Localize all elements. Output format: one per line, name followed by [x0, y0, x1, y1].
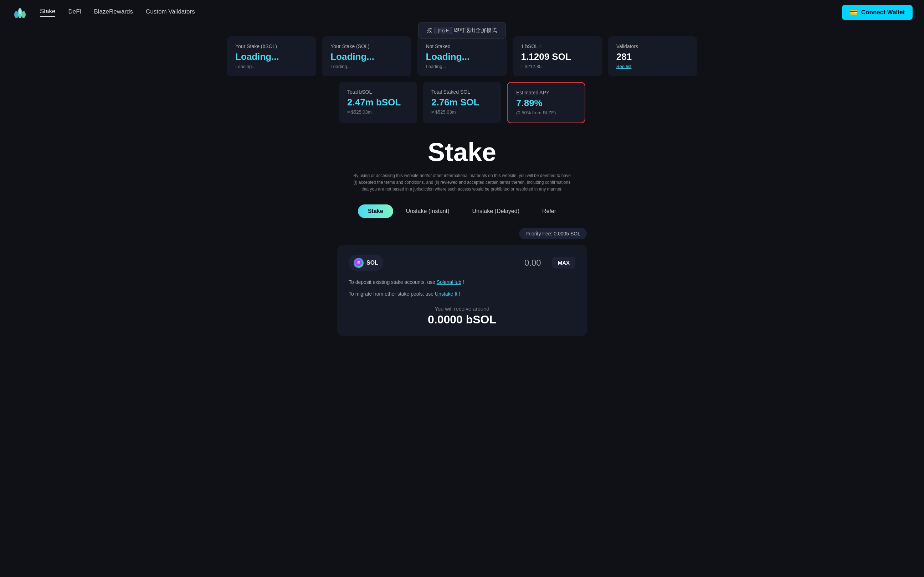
toast-key: (fn) F: [435, 27, 452, 34]
stake-heading: Stake: [227, 137, 697, 167]
stat-value-2: Loading...: [426, 51, 498, 62]
stat-sub-2: Loading...: [426, 64, 498, 69]
stat-sub-1: Loading...: [330, 64, 403, 69]
stat-sub-r2-0: ≈ $525.03m: [347, 110, 409, 115]
note-2-suffix: !: [459, 291, 460, 297]
nav-links: Stake DeFi BlazeRewards Custom Validator…: [40, 8, 842, 17]
max-button[interactable]: MAX: [552, 257, 575, 269]
stat-label-r2-1: Total Staked SOL: [431, 89, 493, 95]
stat-validators: Validators 281 See list: [608, 36, 697, 76]
stat-label-2: Not Staked: [426, 44, 498, 49]
stat-sub-r2-1: ≈ $525.03m: [431, 110, 493, 115]
tabs-row: Stake Unstake (Instant) Unstake (Delayed…: [227, 205, 697, 218]
toast-prefix: 按: [427, 27, 433, 34]
disclaimer-text: By using or accessing this website and/o…: [352, 172, 572, 193]
svg-point-3: [19, 8, 21, 14]
stat-total-staked-sol: Total Staked SOL 2.76m SOL ≈ $525.03m: [423, 82, 501, 123]
form-note-1: To deposit existing stake accounts, use …: [349, 278, 575, 287]
note-1-suffix: !: [463, 279, 464, 285]
token-input-row: SOL MAX: [349, 255, 575, 271]
sol-token-icon: [354, 258, 363, 268]
stats-row-2: Total bSOL 2.47m bSOL ≈ $525.03m Total S…: [227, 82, 697, 123]
stat-value-4: 281: [616, 51, 689, 62]
stat-bsol-rate: 1 bSOL ≈ 1.1209 SOL ≈ $212.85: [513, 36, 602, 76]
stat-value-0: Loading...: [235, 51, 308, 62]
stat-value-1: Loading...: [330, 51, 403, 62]
tab-refer[interactable]: Refer: [532, 205, 566, 218]
stat-total-bsol: Total bSOL 2.47m bSOL ≈ $525.03m: [339, 82, 417, 123]
connect-wallet-label: Connect Wallet: [861, 9, 905, 16]
stat-your-stake-bsol: Your Stake (bSOL) Loading... Loading...: [227, 36, 316, 76]
nav-link-blazerewards[interactable]: BlazeRewards: [94, 8, 133, 17]
stat-value-r2-2: 7.89%: [516, 98, 576, 109]
stat-label-4: Validators: [616, 44, 689, 49]
tab-unstake-delayed[interactable]: Unstake (Delayed): [462, 205, 529, 218]
token-selector[interactable]: SOL: [349, 255, 383, 271]
nav-link-defi[interactable]: DeFi: [68, 8, 81, 17]
stat-label-r2-2: Estimated APY: [516, 90, 576, 95]
receive-value: 0.0000 bSOL: [349, 313, 575, 326]
main-content: Your Stake (bSOL) Loading... Loading... …: [212, 25, 712, 358]
stat-sub-0: Loading...: [235, 64, 308, 69]
stat-your-stake-sol: Your Stake (SOL) Loading... Loading...: [322, 36, 411, 76]
amount-input[interactable]: [389, 258, 546, 268]
stat-sub-3: ≈ $212.85: [521, 64, 594, 69]
stake-form-card: SOL MAX To deposit existing stake accoun…: [337, 245, 587, 336]
stat-value-3: 1.1209 SOL: [521, 51, 594, 62]
stat-label-1: Your Stake (SOL): [330, 44, 403, 49]
stat-estimated-apy: Estimated APY 7.89% (0.50% from BLZE): [507, 82, 585, 123]
form-note-2: To migrate from other stake pools, use U…: [349, 290, 575, 298]
note-2-prefix: To migrate from other stake pools, use: [349, 291, 435, 297]
token-symbol: SOL: [367, 259, 378, 266]
stat-label-3: 1 bSOL ≈: [521, 44, 594, 49]
logo[interactable]: [11, 3, 40, 22]
nav-link-stake[interactable]: Stake: [40, 8, 55, 17]
receive-label: You will receive around: [349, 306, 575, 312]
navbar: Stake DeFi BlazeRewards Custom Validator…: [0, 0, 924, 25]
stat-label-r2-0: Total bSOL: [347, 89, 409, 95]
fullscreen-toast: 按 (fn) F 即可退出全屏模式: [418, 22, 506, 39]
priority-fee-row: Priority Fee: 0.0005 SOL: [337, 228, 587, 239]
solanahub-link[interactable]: SolanaHub: [437, 279, 461, 285]
connect-wallet-button[interactable]: 💳 Connect Wallet: [842, 5, 913, 20]
toast-suffix: 即可退出全屏模式: [454, 27, 497, 34]
unstake-it-link[interactable]: Unstake It: [435, 291, 457, 297]
note-1-prefix: To deposit existing stake accounts, use: [349, 279, 437, 285]
wallet-icon: 💳: [850, 8, 858, 16]
priority-fee-badge[interactable]: Priority Fee: 0.0005 SOL: [519, 228, 587, 239]
stat-sub-r2-2: (0.50% from BLZE): [516, 110, 576, 115]
stat-value-r2-1: 2.76m SOL: [431, 97, 493, 108]
svg-point-2: [21, 11, 26, 18]
stats-row-1: Your Stake (bSOL) Loading... Loading... …: [227, 36, 697, 76]
nav-link-custom-validators[interactable]: Custom Validators: [146, 8, 195, 17]
stat-value-r2-0: 2.47m bSOL: [347, 97, 409, 108]
stat-label-0: Your Stake (bSOL): [235, 44, 308, 49]
tab-stake[interactable]: Stake: [358, 205, 393, 218]
tab-unstake-instant[interactable]: Unstake (Instant): [396, 205, 459, 218]
stat-not-staked: Not Staked Loading... Loading...: [417, 36, 507, 76]
see-list-link[interactable]: See list: [616, 64, 689, 69]
